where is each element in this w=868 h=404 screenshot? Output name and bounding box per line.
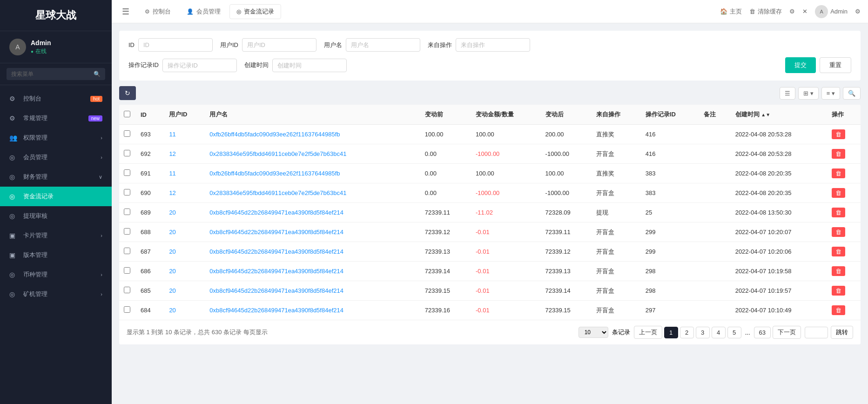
table-view-button[interactable]: ☰ — [780, 87, 795, 100]
home-button[interactable]: 🏠 主页 — [720, 7, 742, 16]
tab-members[interactable]: 👤 会员管理 — [180, 4, 228, 19]
cell-username[interactable]: 0xb8cf94645d22b268499471ea4390f8d5f84ef2… — [205, 301, 420, 320]
row-checkbox[interactable] — [124, 209, 130, 215]
cell-amount: -0.01 — [471, 222, 541, 242]
cell-username[interactable]: 0xb8cf94645d22b268499471ea4390f8d5f84ef2… — [205, 222, 420, 242]
cell-user-id[interactable]: 20 — [164, 203, 205, 222]
delete-button[interactable]: 🗑 — [832, 227, 845, 237]
page-4-button[interactable]: 4 — [712, 327, 726, 338]
cell-user-id[interactable]: 20 — [164, 222, 205, 242]
menu-toggle-icon[interactable]: ☰ — [119, 4, 132, 20]
delete-button[interactable]: 🗑 — [832, 266, 845, 276]
grid-view-button[interactable]: ⊞ ▾ — [798, 87, 819, 100]
created-time-input[interactable] — [272, 59, 347, 72]
page-size-select[interactable]: 10 20 50 — [579, 327, 608, 338]
select-all-checkbox[interactable] — [124, 111, 130, 117]
cell-user-id[interactable]: 12 — [164, 144, 205, 164]
delete-button[interactable]: 🗑 — [832, 305, 845, 315]
cell-amount: -0.01 — [471, 301, 541, 320]
cell-after: 72339.13 — [541, 262, 592, 281]
table-header-row: ID 用户ID 用户名 变动前 变动金额/数量 变动后 来自操作 操作记录ID … — [119, 105, 861, 125]
prev-page-button[interactable]: 上一页 — [634, 326, 662, 339]
sidebar-item-currencies[interactable]: ◎ 币种管理 › — [0, 265, 112, 284]
page-2-button[interactable]: 2 — [680, 327, 694, 338]
col-note: 备注 — [699, 105, 731, 125]
page-63-button[interactable]: 63 — [754, 327, 771, 338]
admin-user-button[interactable]: A Admin — [815, 5, 848, 18]
from-op-input[interactable] — [456, 38, 530, 52]
page-3-button[interactable]: 3 — [696, 327, 710, 338]
cell-user-id[interactable]: 20 — [164, 242, 205, 262]
row-checkbox[interactable] — [124, 248, 130, 254]
next-page-button[interactable]: 下一页 — [773, 326, 801, 339]
tab-members-label: 会员管理 — [196, 7, 221, 16]
user-id-input[interactable] — [242, 38, 316, 52]
cell-username[interactable]: 0xb8cf94645d22b268499471ea4390f8d5f84ef2… — [205, 281, 420, 301]
cell-user-id[interactable]: 12 — [164, 183, 205, 203]
delete-button[interactable]: 🗑 — [832, 286, 845, 296]
delete-button[interactable]: 🗑 — [832, 247, 845, 256]
sidebar-item-label: 权限管理 — [23, 134, 47, 142]
cell-username[interactable]: 0x2838346e595fbdd46911ceb0e7e2f5de7b63bc… — [205, 144, 420, 164]
table-row: 691 11 0xfb26bff4db5fadc090d93ee262f1163… — [119, 164, 861, 183]
row-checkbox[interactable] — [124, 228, 130, 235]
op-record-id-input[interactable] — [162, 59, 237, 72]
cell-user-id[interactable]: 20 — [164, 262, 205, 281]
cell-username[interactable]: 0xb8cf94645d22b268499471ea4390f8d5f84ef2… — [205, 203, 420, 222]
page-jump-input[interactable] — [805, 327, 828, 338]
cell-from-op: 开盲盒 — [592, 242, 641, 262]
cell-username[interactable]: 0x2838346e595fbdd46911ceb0e7e2f5de7b63bc… — [205, 183, 420, 203]
cell-id: 693 — [136, 125, 164, 144]
sidebar-item-fund-records[interactable]: ◎ 资金流记录 — [0, 187, 112, 206]
cell-user-id[interactable]: 11 — [164, 125, 205, 144]
sidebar-item-versions[interactable]: ▣ 版本管理 — [0, 245, 112, 265]
row-checkbox[interactable] — [124, 189, 130, 195]
sidebar-item-general[interactable]: ⚙ 常规管理 new — [0, 108, 112, 128]
settings-icon-button[interactable]: ⚙ — [789, 8, 795, 15]
sidebar-item-members[interactable]: ◎ 会员管理 › — [0, 148, 112, 167]
clear-cache-button[interactable]: 🗑 清除缓存 — [749, 7, 782, 16]
row-checkbox[interactable] — [124, 287, 130, 293]
sidebar-item-cards[interactable]: ▣ 卡片管理 › — [0, 226, 112, 245]
fullscreen-button[interactable]: ✕ — [802, 8, 807, 15]
topnav-settings-icon[interactable]: ⚙ — [855, 8, 861, 15]
cell-user-id[interactable]: 20 — [164, 281, 205, 301]
cell-username[interactable]: 0xb8cf94645d22b268499471ea4390f8d5f84ef2… — [205, 242, 420, 262]
cell-username[interactable]: 0xb8cf94645d22b268499471ea4390f8d5f84ef2… — [205, 262, 420, 281]
row-checkbox[interactable] — [124, 130, 130, 137]
cell-user-id[interactable]: 11 — [164, 164, 205, 183]
sidebar-item-finance[interactable]: ◎ 财务管理 ∨ — [0, 167, 112, 187]
sidebar-item-mining[interactable]: ◎ 矿机管理 › — [0, 284, 112, 304]
reset-button[interactable]: 重置 — [820, 57, 851, 73]
cell-username[interactable]: 0xfb26bff4db5fadc090d93ee262f11637644985… — [205, 164, 420, 183]
row-checkbox[interactable] — [124, 306, 130, 313]
tab-dashboard[interactable]: ⚙ 控制台 — [138, 4, 178, 19]
sidebar-item-label: 币种管理 — [23, 270, 47, 279]
search-table-button[interactable]: 🔍 — [843, 87, 861, 100]
sidebar-item-permissions[interactable]: 👥 权限管理 › — [0, 128, 112, 148]
page-1-button[interactable]: 1 — [664, 327, 678, 338]
username-input[interactable] — [346, 38, 420, 52]
cell-user-id[interactable]: 20 — [164, 301, 205, 320]
submit-button[interactable]: 提交 — [785, 57, 816, 73]
delete-button[interactable]: 🗑 — [832, 168, 845, 178]
row-checkbox[interactable] — [124, 169, 130, 176]
cell-op-record-id: 298 — [641, 262, 699, 281]
row-checkbox[interactable] — [124, 150, 130, 156]
refresh-button[interactable]: ↻ — [119, 86, 136, 100]
page-5-button[interactable]: 5 — [727, 327, 741, 338]
delete-button[interactable]: 🗑 — [832, 149, 845, 159]
delete-button[interactable]: 🗑 — [832, 208, 845, 217]
sidebar-item-withdrawal[interactable]: ◎ 提现审核 — [0, 206, 112, 226]
cell-username[interactable]: 0xfb26bff4db5fadc090d93ee262f11637644985… — [205, 125, 420, 144]
delete-button[interactable]: 🗑 — [832, 188, 845, 198]
tab-fund-records[interactable]: ◎ 资金流记录 — [229, 4, 281, 19]
id-input[interactable] — [138, 38, 213, 52]
filter-row-2: 操作记录ID 创建时间 提交 重置 — [128, 57, 851, 73]
delete-button[interactable]: 🗑 — [832, 129, 845, 139]
search-input[interactable] — [11, 71, 91, 77]
column-filter-button[interactable]: ≡ ▾ — [821, 87, 840, 100]
sidebar-item-dashboard[interactable]: ⚙ 控制台 hot — [0, 89, 112, 108]
row-checkbox[interactable] — [124, 267, 130, 274]
jump-button[interactable]: 跳转 — [831, 326, 853, 339]
